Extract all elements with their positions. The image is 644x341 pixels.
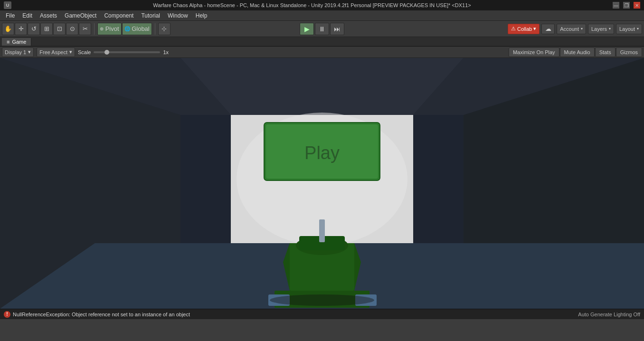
menu-assets[interactable]: Assets	[36, 11, 61, 20]
aspect-dropdown[interactable]: Free Aspect ▾	[37, 47, 75, 57]
gizmos-button[interactable]: Gizmos	[616, 47, 642, 57]
scene-svg: Play	[0, 58, 644, 309]
play-button[interactable]: ▶	[300, 23, 314, 35]
menu-bar: File Edit Assets GameObject Component Tu…	[0, 10, 644, 21]
hand-tool-button[interactable]: ✋	[2, 23, 14, 35]
layers-dropdown-arrow: ▾	[609, 27, 611, 31]
svg-text:Play: Play	[304, 143, 340, 163]
pause-button[interactable]: ⏸	[315, 23, 329, 35]
right-game-buttons: Maximize On Play Mute Audio Stats Gizmos	[509, 47, 642, 57]
play-controls: ▶ ⏸ ⏭	[300, 23, 344, 35]
stats-button[interactable]: Stats	[595, 47, 616, 57]
cloud-button[interactable]: ☁	[541, 24, 555, 34]
account-dropdown-arrow: ▾	[581, 27, 583, 31]
scale-section: Scale 1x	[78, 49, 169, 55]
title-bar: U Warfare Chaos Alpha - homeScene - PC, …	[0, 0, 644, 10]
error-message[interactable]: ! NullReferenceException: Object referen…	[4, 311, 190, 318]
toolbar-separator-2	[155, 23, 155, 35]
main-toolbar: ✋ ✛ ↺ ⊞ ⊡ ⊙ ✂ ⊕ Pivot 🌐 Global ⊹ ▶ ⏸ ⏭ ⚠…	[0, 21, 644, 37]
account-dropdown[interactable]: Account ▾	[557, 24, 586, 34]
rect-tool-button[interactable]: ⊡	[53, 23, 66, 35]
rotate-tool-button[interactable]: ↺	[28, 23, 40, 35]
display-dropdown[interactable]: Display 1 ▾	[2, 47, 34, 57]
maximize-on-play-button[interactable]: Maximize On Play	[509, 47, 559, 57]
move-tool-button[interactable]: ✛	[15, 23, 27, 35]
tool-group: ✋ ✛ ↺ ⊞ ⊡ ⊙ ✂	[2, 23, 91, 35]
status-right-text: Auto Generate Lighting Off	[578, 312, 640, 317]
layout-dropdown[interactable]: Layout ▾	[616, 24, 642, 34]
menu-tutorial[interactable]: Tutorial	[137, 11, 164, 20]
title-icon: U	[4, 1, 11, 9]
menu-help[interactable]: Help	[192, 11, 211, 20]
error-icon: !	[4, 311, 10, 318]
minimize-button[interactable]: —	[613, 2, 619, 9]
game-tab-bar: ≡ Game	[0, 37, 644, 47]
close-button[interactable]: ✕	[634, 2, 640, 9]
aspect-dropdown-arrow: ▾	[69, 49, 72, 55]
menu-window[interactable]: Window	[164, 11, 192, 20]
menu-file[interactable]: File	[2, 11, 19, 20]
maximize-button[interactable]: ❐	[623, 2, 630, 9]
svg-point-22	[270, 294, 374, 306]
scale-tool-button[interactable]: ⊞	[40, 23, 53, 35]
pivot-group: ⊕ Pivot 🌐 Global	[97, 23, 152, 35]
collab-dropdown-arrow: ▾	[533, 26, 536, 32]
pivot-button[interactable]: ⊕ Pivot	[97, 23, 122, 35]
menu-gameobject[interactable]: GameObject	[61, 11, 100, 20]
svg-rect-21	[319, 219, 325, 242]
title-text: Warfare Chaos Alpha - homeScene - PC, Ma…	[11, 2, 613, 8]
toolbar-separator-1	[94, 23, 95, 35]
menu-edit[interactable]: Edit	[19, 11, 36, 20]
game-icon: ≡	[7, 39, 9, 45]
game-viewport: Play	[0, 58, 644, 309]
snap-button[interactable]: ⊹	[158, 23, 170, 35]
layers-dropdown[interactable]: Layers ▾	[588, 24, 614, 34]
scale-thumb	[104, 50, 109, 55]
custom-tool-button[interactable]: ✂	[79, 23, 91, 35]
game-tab[interactable]: ≡ Game	[2, 38, 31, 46]
step-button[interactable]: ⏭	[330, 23, 344, 35]
warning-icon: ⚠	[511, 26, 516, 32]
status-bar: ! NullReferenceException: Object referen…	[0, 309, 644, 319]
layout-dropdown-arrow: ▾	[637, 27, 639, 31]
mute-audio-button[interactable]: Mute Audio	[560, 47, 595, 57]
scale-slider[interactable]	[94, 51, 160, 53]
display-dropdown-arrow: ▾	[28, 49, 31, 55]
global-button[interactable]: 🌐 Global	[122, 23, 152, 35]
window-controls[interactable]: — ❐ ✕	[613, 2, 640, 9]
collab-button[interactable]: ⚠ Collab ▾	[508, 24, 540, 34]
transform-tool-button[interactable]: ⊙	[66, 23, 78, 35]
game-toolbar: Display 1 ▾ Free Aspect ▾ Scale 1x Maxim…	[0, 47, 644, 58]
right-toolbar: ⚠ Collab ▾ ☁ Account ▾ Layers ▾ Layout ▾	[508, 24, 642, 34]
menu-component[interactable]: Component	[100, 11, 137, 20]
